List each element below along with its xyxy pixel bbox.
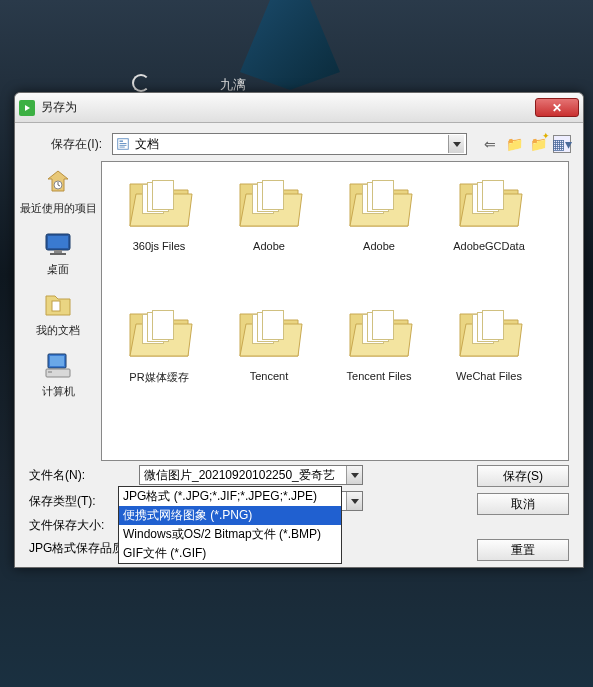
folder-label: 360js Files (109, 240, 209, 252)
folder-icon (234, 304, 304, 364)
computer-icon (42, 350, 74, 382)
filename-label: 文件名(N): (29, 467, 133, 484)
folder-item[interactable]: Tencent (214, 298, 324, 428)
folder-label: Tencent (219, 370, 319, 382)
svg-rect-7 (48, 236, 68, 248)
folder-item[interactable]: AdobeGCData (434, 168, 544, 298)
place-label: 我的文档 (18, 323, 98, 338)
filetype-option[interactable]: Windows或OS/2 Bitmap文件 (*.BMP) (119, 525, 341, 544)
new-folder-icon[interactable]: 📁 (529, 135, 547, 153)
svg-rect-9 (50, 253, 66, 255)
filetype-option[interactable]: JPG格式 (*.JPG;*.JIF;*.JPEG;*.JPE) (119, 487, 341, 506)
up-folder-icon[interactable]: 📁 (505, 135, 523, 153)
filetype-option[interactable]: 便携式网络图象 (*.PNG) (119, 506, 341, 525)
filetype-dd-icon[interactable] (346, 492, 362, 510)
folder-icon (234, 174, 304, 234)
desktop-icon (42, 228, 74, 260)
place-label: 桌面 (18, 262, 98, 277)
folder-icon (344, 304, 414, 364)
dialog-title: 另存为 (41, 99, 535, 116)
filename-dd-icon[interactable] (346, 466, 362, 484)
svg-rect-4 (120, 147, 125, 148)
place-recent[interactable]: 最近使用的项目 (18, 167, 98, 216)
body-area: 最近使用的项目 桌面 我的文档 计算机 360js File (15, 161, 583, 461)
lookin-dropdown-icon[interactable] (448, 135, 464, 153)
folder-item[interactable]: Tencent Files (324, 298, 434, 428)
folder-icon (124, 174, 194, 234)
folder-label: Adobe (329, 240, 429, 252)
svg-rect-8 (54, 250, 62, 253)
svg-rect-2 (120, 143, 127, 144)
titlebar[interactable]: 另存为 ✕ (15, 93, 583, 123)
mydocs-icon (42, 289, 74, 321)
recent-icon (42, 167, 74, 199)
folder-label: Tencent Files (329, 370, 429, 382)
folder-icon (344, 174, 414, 234)
folder-label: AdobeGCData (439, 240, 539, 252)
folder-label: PR媒体缓存 (109, 370, 209, 385)
app-icon (19, 100, 35, 116)
lookin-value: 文档 (135, 136, 448, 153)
place-desktop[interactable]: 桌面 (18, 228, 98, 277)
folder-item[interactable]: Adobe (214, 168, 324, 298)
place-label: 计算机 (18, 384, 98, 399)
lookin-row: 保存在(I): 文档 ⇐ 📁 📁 ▦▾ (15, 123, 583, 161)
svg-rect-12 (50, 356, 64, 366)
save-button[interactable]: 保存(S) (477, 465, 569, 487)
filetype-dropdown[interactable]: JPG格式 (*.JPG;*.JIF;*.JPEG;*.JPE)便携式网络图象 … (118, 486, 342, 564)
folder-item[interactable]: Adobe (324, 168, 434, 298)
svg-rect-10 (52, 301, 60, 311)
reset-button[interactable]: 重置 (477, 539, 569, 561)
svg-rect-1 (120, 141, 124, 142)
view-menu-icon[interactable]: ▦▾ (553, 135, 571, 153)
loading-spinner-icon (132, 74, 150, 92)
places-bar: 最近使用的项目 桌面 我的文档 计算机 (15, 161, 101, 461)
place-label: 最近使用的项目 (18, 201, 98, 216)
svg-rect-14 (48, 371, 52, 373)
cancel-button[interactable]: 取消 (477, 493, 569, 515)
filename-field[interactable]: 微信图片_20210920102250_爱奇艺 (139, 465, 363, 485)
folder-label: Adobe (219, 240, 319, 252)
folder-label: WeChat Files (439, 370, 539, 382)
place-computer[interactable]: 计算机 (18, 350, 98, 399)
folder-item[interactable]: 360js Files (104, 168, 214, 298)
svg-rect-3 (120, 145, 127, 146)
back-icon[interactable]: ⇐ (481, 135, 499, 153)
folder-item[interactable]: PR媒体缓存 (104, 298, 214, 428)
toolbar-icons: ⇐ 📁 📁 ▦▾ (481, 135, 571, 153)
folder-icon (454, 174, 524, 234)
folder-icon (454, 304, 524, 364)
lookin-label: 保存在(I): (27, 136, 102, 153)
lookin-combo[interactable]: 文档 (112, 133, 467, 155)
folder-item[interactable]: WeChat Files (434, 298, 544, 428)
filename-value: 微信图片_20210920102250_爱奇艺 (140, 467, 346, 484)
side-buttons: 保存(S) 取消 (477, 465, 569, 515)
documents-icon (115, 136, 131, 152)
close-button[interactable]: ✕ (535, 98, 579, 117)
filetype-option[interactable]: GIF文件 (*.GIF) (119, 544, 341, 563)
file-list[interactable]: 360js FilesAdobeAdobeAdobeGCDataPR媒体缓存Te… (101, 161, 569, 461)
folder-icon (124, 304, 194, 364)
place-mydocs[interactable]: 我的文档 (18, 289, 98, 338)
